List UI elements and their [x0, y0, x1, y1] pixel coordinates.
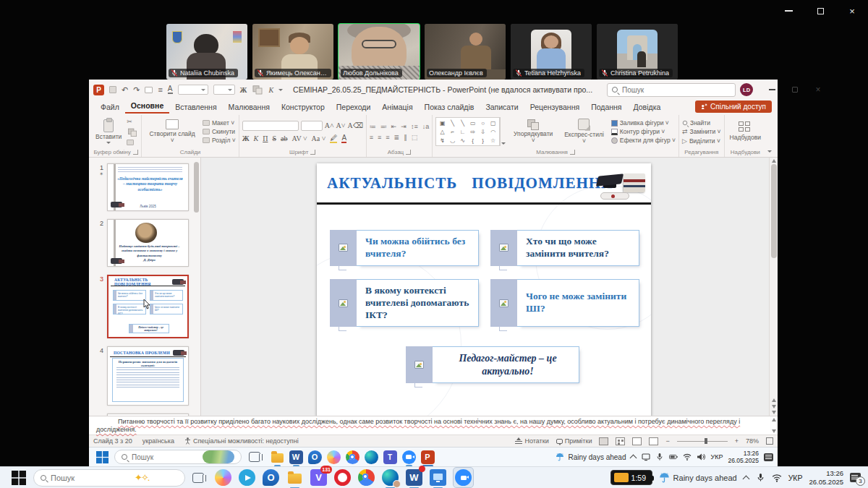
font-size-combo[interactable]	[301, 121, 323, 131]
microphone-icon[interactable]	[655, 453, 664, 461]
slideshow-view-button[interactable]	[649, 437, 658, 445]
smartart-icon[interactable]: ⬚	[412, 134, 418, 141]
strikethrough-button[interactable]: S	[272, 134, 276, 142]
paragraph-launcher-icon[interactable]	[406, 150, 411, 155]
shapes-gallery[interactable]: ▣╲╲▭○▢ △⌐∟⇨⇩◠ ↯◡∿{}☆	[435, 117, 500, 146]
close-icon[interactable]: ×	[836, 0, 868, 22]
teams-icon[interactable]: T	[383, 450, 397, 464]
section-button[interactable]: Розділ ˅	[203, 137, 236, 144]
viber-icon[interactable]: V131	[310, 469, 327, 486]
zoom-out-icon[interactable]: −	[665, 437, 669, 445]
quick-font-combo[interactable]	[178, 85, 208, 95]
indent-icon[interactable]: ⇥	[401, 123, 407, 130]
outlook-icon[interactable]: O	[308, 450, 322, 464]
file-explorer-icon[interactable]	[271, 450, 284, 464]
language-switcher[interactable]: УКР	[710, 453, 723, 461]
highlight-color-icon[interactable]: 🖉	[330, 134, 337, 143]
fit-slide-icon[interactable]	[766, 437, 773, 445]
word-icon[interactable]: W	[289, 450, 303, 464]
clear-strike-icon[interactable]: ab	[281, 134, 287, 142]
task-view-icon[interactable]	[192, 473, 204, 483]
start-slideshow-icon[interactable]	[145, 87, 153, 93]
list-icon[interactable]: ≡	[158, 86, 162, 94]
wifi-icon[interactable]	[683, 453, 692, 461]
file-explorer-icon[interactable]	[286, 469, 303, 486]
thumbnail-slide-2[interactable]: 2 Найвище завдання будь-якої творчості –…	[89, 219, 200, 267]
language-switcher[interactable]: УКР	[788, 474, 803, 482]
slide-title-block[interactable]: АКТУАЛЬНІСТЬ ПОВІДОМЛЕННЯ	[317, 163, 651, 205]
arrange-button[interactable]: Упорядкувати ˅	[509, 119, 557, 145]
italic-icon[interactable]: К	[268, 86, 273, 94]
zoom-app-active[interactable]	[453, 467, 474, 488]
zoom-app-icon[interactable]	[455, 469, 472, 486]
taskbar-search-box[interactable]	[114, 450, 242, 464]
zoom-app-icon[interactable]	[402, 450, 416, 464]
notification-center-icon[interactable]	[764, 453, 773, 461]
word-icon[interactable]: W	[406, 469, 422, 486]
font-color-icon[interactable]: A	[168, 85, 173, 94]
numbering-icon[interactable]: ≕	[380, 123, 387, 130]
ppt-search-input[interactable]	[622, 86, 731, 94]
notes-scrollbar[interactable]	[772, 418, 776, 433]
font-launcher-icon[interactable]	[310, 150, 315, 155]
tab-view[interactable]: Подання	[585, 101, 627, 114]
clear-formatting-icon[interactable]: A⌫	[347, 121, 362, 129]
edge-icon[interactable]	[365, 450, 378, 464]
accessibility-status[interactable]: Спеціальні можливості: недоступні	[184, 437, 299, 445]
find-button[interactable]: Знайти	[682, 119, 721, 127]
tray-expand-icon[interactable]	[744, 475, 749, 481]
question-box-1[interactable]: Чи можна обійтись без вчителя?	[330, 230, 479, 266]
undo-icon[interactable]: ↶	[122, 86, 128, 94]
save-icon[interactable]	[109, 86, 116, 93]
participant-tile[interactable]: Якимець Олександра ...	[252, 24, 333, 80]
reset-button[interactable]: Скинути	[203, 128, 236, 135]
thumbnail-slide-4[interactable]: 4 ПОСТАНОВКА ПРОБЛЕМИ Першочергове питан…	[89, 346, 200, 406]
participant-tile[interactable]: Nataliia Chubinska	[166, 24, 247, 80]
editor-scrollbar[interactable]	[769, 158, 778, 416]
tab-slideshow[interactable]: Показ слайдів	[419, 101, 480, 114]
scroll-up-icon[interactable]	[772, 159, 776, 163]
replace-button[interactable]: ⇄Замінити ˅	[682, 128, 721, 135]
scroll-down-icon[interactable]	[772, 411, 776, 414]
clock[interactable]: 13:26 26.05.2025	[728, 450, 759, 464]
columns-icon[interactable]: ∥	[404, 134, 407, 141]
underline-button[interactable]: П	[263, 134, 268, 142]
copilot-icon[interactable]	[215, 469, 231, 486]
collapse-ribbon-icon[interactable]	[766, 115, 776, 157]
taskbar-search-input[interactable]	[132, 453, 198, 461]
select-button[interactable]: ▷Виділити ˅	[682, 137, 721, 145]
ppt-close-icon[interactable]: ×	[807, 80, 830, 100]
battery-widget[interactable]: 1:59	[610, 470, 652, 485]
shape-effects-button[interactable]: Ефекти для фігур ˅	[611, 137, 676, 144]
start-button-icon[interactable]	[12, 471, 26, 485]
share-button[interactable]: Спільний доступ	[695, 100, 772, 113]
outdent-icon[interactable]: ⇤	[391, 123, 397, 130]
shape-outline-button[interactable]: Контур фігури ˅	[611, 128, 676, 135]
notes-pane[interactable]: Питанню творчості та її розвитку приділе…	[89, 416, 778, 435]
chrome-icon[interactable]	[346, 450, 359, 464]
new-slide-button[interactable]: Створити слайд ˅	[145, 119, 200, 145]
opera-icon[interactable]	[334, 469, 351, 486]
zoom-slider[interactable]	[677, 441, 728, 442]
layout-button[interactable]: Макет ˅	[203, 119, 236, 127]
taskbar-search-box[interactable]: ✦✧.	[33, 469, 185, 487]
battery-icon[interactable]	[669, 453, 678, 461]
zoom-in-icon[interactable]: +	[735, 437, 739, 445]
tab-animations[interactable]: Анімація	[376, 101, 418, 114]
thumbnail-scrollbar[interactable]	[194, 162, 199, 213]
participant-tile[interactable]: Олександр Ієвлєв	[425, 24, 506, 80]
grow-font-icon[interactable]: A˄	[325, 121, 334, 129]
justify-icon[interactable]: ≣	[394, 134, 400, 141]
scrollbar-thumb[interactable]	[771, 164, 777, 258]
thumbnail-slide-3-selected[interactable]: 3 АКТУАЛЬНІСТЬ ПОВІДОМЛЕННЯ Чи можна обі…	[89, 275, 200, 338]
reading-view-button[interactable]	[632, 437, 642, 445]
start-button-icon[interactable]	[96, 451, 109, 463]
bullets-icon[interactable]: ≔	[370, 123, 376, 130]
slide-editor[interactable]: АКТУАЛЬНІСТЬ ПОВІДОМЛЕННЯ Чи можна обійт…	[317, 163, 651, 416]
qat-more-icon[interactable]	[278, 89, 283, 91]
previous-slide-icon[interactable]	[772, 398, 776, 402]
language-indicator[interactable]: українська	[142, 437, 174, 445]
powerpoint-taskbar-icon[interactable]: P	[421, 450, 435, 464]
italic-button[interactable]: К	[254, 134, 259, 142]
tab-design[interactable]: Конструктор	[276, 101, 331, 114]
